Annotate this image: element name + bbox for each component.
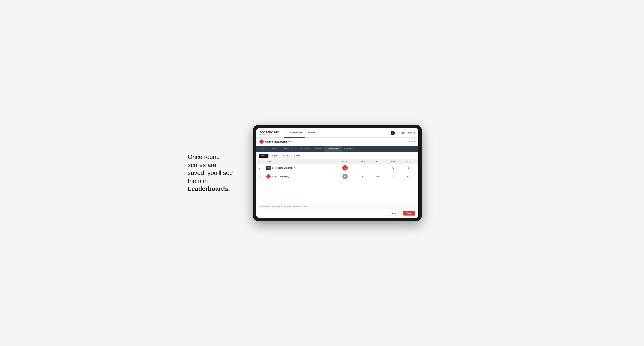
score-cell-2: +3 (336, 174, 354, 179)
user-name: Test User (396, 132, 404, 134)
nav-tournaments[interactable]: TOURNAMENTS (284, 128, 305, 138)
tab-bar: Details Teams Course Setup Tee Groups Re… (256, 146, 418, 152)
score-badge-1: -5 (342, 165, 348, 171)
col-thru: THRU (354, 161, 370, 163)
logo-area: SCOREBOARD Powered by clippd (260, 131, 280, 135)
nav-right: S Test User | Sign out (391, 131, 415, 135)
sign-out-link[interactable]: Sign out (408, 132, 415, 134)
col-rank: # (259, 161, 266, 163)
desc-line4: them in (188, 177, 208, 184)
team-name-2: Clippd College [A] (272, 175, 289, 177)
user-avatar: S (391, 131, 395, 135)
thru-1: F (354, 167, 370, 169)
rd2-1: +5 (385, 167, 401, 169)
team-logo-2: C (266, 174, 270, 178)
team-name-1: Scoreboard University [A] (272, 167, 296, 169)
tab-leaderboards[interactable]: Leaderboards (324, 146, 342, 152)
tab-results[interactable]: Results (312, 146, 324, 152)
col-rd3: RD3 (401, 161, 416, 163)
desc-line2: scores are (188, 162, 216, 169)
tablet-screen: SCOREBOARD Powered by clippd TOURNAMENTS… (256, 128, 418, 218)
url-bar: https://stage-blue-coach.stagescoreboard… (256, 204, 418, 209)
desc-line1: Once round (188, 154, 220, 160)
team-cell-2: C Clippd College [A] (266, 174, 336, 178)
sub-tab-bar: Teams Players Scores Strokes (256, 152, 418, 160)
col-rd1: RD1 (370, 161, 385, 163)
left-description: Once round scores are saved, you'll see … (188, 153, 242, 193)
team-logo-1: SU (266, 166, 270, 170)
desc-line5-bold: Leaderboards (188, 185, 228, 192)
page-wrapper: Once round scores are saved, you'll see … (188, 125, 456, 221)
col-rd2: RD2 (385, 161, 401, 163)
logo-sub: Powered by clippd (260, 134, 280, 135)
logo-text: SCOREBOARD (260, 131, 280, 134)
tournament-type: (Men) (288, 141, 293, 143)
rd1-2: +8 (370, 175, 385, 177)
tournament-icon: C (260, 140, 264, 144)
top-nav: SCOREBOARD Powered by clippd TOURNAMENTS… (256, 128, 418, 138)
tab-details[interactable]: Details (258, 146, 269, 152)
tournament-header: C Clippd Invitational (Men) Cancel ✕ (256, 138, 418, 146)
score-cell-1: -5 (336, 165, 354, 171)
col-team: TEAM (266, 161, 336, 163)
nav-teams[interactable]: TEAMS (305, 128, 318, 138)
table-row[interactable]: 2 C Clippd College [A] +3 F +8 -8 +3 (256, 172, 418, 181)
sub-tab-players[interactable]: Players (269, 154, 280, 158)
tournament-cancel-btn[interactable]: Cancel ✕ (407, 141, 415, 143)
sub-tab-scores[interactable]: Scores (281, 154, 291, 158)
rd2-2: -8 (385, 175, 401, 177)
table-header: # TEAM TOTAL THRU RD1 RD2 RD3 (256, 160, 418, 164)
rd3-1: -6 (401, 167, 416, 169)
tournament-name: Clippd Invitational (265, 140, 287, 143)
thru-2: F (354, 175, 370, 177)
content-spacer (256, 181, 418, 204)
col-total: TOTAL (336, 161, 354, 163)
team-cell-1: SU Scoreboard University [A] (266, 166, 336, 170)
tab-tee-groups[interactable]: Tee Groups (297, 146, 312, 152)
save-button[interactable]: Save (403, 211, 415, 215)
tab-teams[interactable]: Teams (269, 146, 280, 152)
tablet-frame: SCOREBOARD Powered by clippd TOURNAMENTS… (253, 125, 422, 221)
tab-course-setup[interactable]: Course Setup (280, 146, 297, 152)
rank-1: 1 (259, 167, 266, 169)
rank-2: 2 (259, 175, 266, 177)
tab-printables[interactable]: Printables (342, 146, 356, 152)
cancel-button[interactable]: Cancel (389, 211, 402, 216)
nav-separator: | (406, 132, 407, 134)
desc-line5-end: . (228, 185, 230, 192)
footer: Cancel Save (256, 209, 418, 218)
close-icon: ✕ (414, 141, 415, 143)
sub-tab-strokes[interactable]: Strokes (292, 154, 302, 158)
score-badge-2: +3 (342, 174, 348, 179)
rd3-2: +3 (401, 175, 416, 177)
rd1-1: -4 (370, 167, 385, 169)
nav-links: TOURNAMENTS TEAMS (284, 128, 391, 138)
table-row[interactable]: 1 SU Scoreboard University [A] -5 F -4 +… (256, 164, 418, 172)
sub-tab-teams[interactable]: Teams (259, 154, 268, 158)
desc-line3: saved, you'll see (188, 169, 233, 176)
